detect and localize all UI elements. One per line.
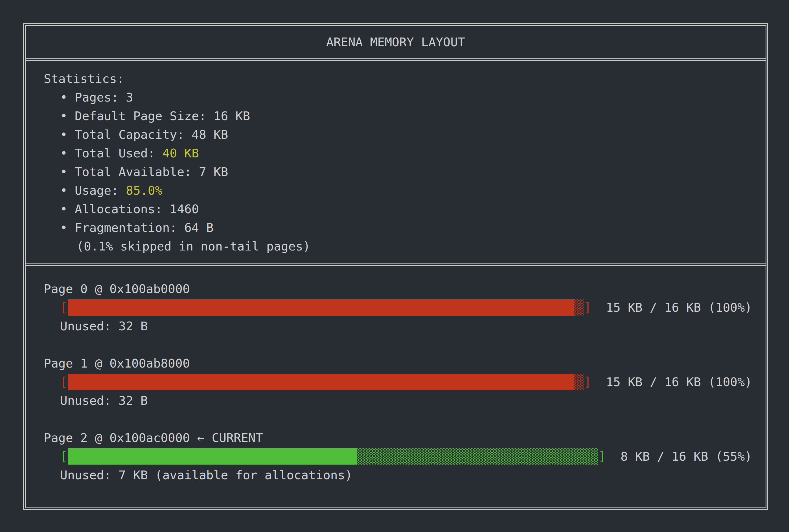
bar-stipple-fill	[574, 299, 584, 316]
stat-text: • Fragmentation: 64 B	[60, 221, 213, 235]
stat-line-usage: • Usage: 85.0%	[44, 181, 752, 200]
stat-line-fragmentation: • Fragmentation: 64 B	[44, 218, 752, 237]
stat-text: • Total Available: 7 KB	[60, 165, 228, 179]
stat-text: • Allocations: 1460	[60, 202, 199, 216]
memory-bar	[68, 299, 584, 316]
arena-layout-window: ARENA MEMORY LAYOUT Statistics: • Pages:…	[23, 23, 768, 510]
bar-solid-fill	[68, 299, 574, 316]
page-header: Page 0 @ 0x100ab0000	[44, 280, 752, 298]
stat-line-allocations: • Allocations: 1460	[44, 200, 752, 218]
bar-close-bracket: ]	[584, 298, 591, 317]
page-header: Page 1 @ 0x100ab8000	[44, 354, 752, 373]
usage-label: 15 KB / 16 KB (100%)	[606, 298, 752, 317]
stat-text: • Pages: 3	[60, 90, 133, 104]
bar-solid-fill	[68, 448, 357, 464]
stat-text: • Total Used:	[60, 146, 162, 160]
page-header: Page 2 @ 0x100ac0000 ← CURRENT	[44, 429, 752, 447]
statistics-heading: Statistics:	[44, 70, 752, 88]
usage-label: 8 KB / 16 KB (55%)	[621, 447, 752, 466]
unused-label: Unused: 32 B	[44, 317, 752, 336]
memory-bar-row: [ ] 15 KB / 16 KB (100%)	[44, 373, 752, 391]
stat-line-pages: • Pages: 3	[44, 88, 752, 107]
unused-label: Unused: 7 KB (available for allocations)	[44, 466, 752, 484]
stat-line-fragmentation-note: (0.1% skipped in non-tail pages)	[44, 237, 752, 255]
usage-label: 15 KB / 16 KB (100%)	[606, 373, 752, 391]
bar-open-bracket: [	[60, 447, 68, 466]
pages-panel: Page 0 @ 0x100ab0000 [ ] 15 KB / 16 KB (…	[26, 266, 766, 508]
stat-line-total-capacity: • Total Capacity: 48 KB	[44, 125, 752, 144]
page-block-2: Page 2 @ 0x100ac0000 ← CURRENT [ ] 8 KB …	[44, 429, 752, 484]
stat-line-total-used: • Total Used: 40 KB	[44, 144, 752, 163]
title-bar: ARENA MEMORY LAYOUT	[26, 26, 766, 61]
stat-line-default-page-size: • Default Page Size: 16 KB	[44, 107, 752, 125]
stat-line-total-available: • Total Available: 7 KB	[44, 163, 752, 181]
memory-bar-row: [ ] 8 KB / 16 KB (55%)	[44, 447, 752, 466]
memory-bar	[68, 448, 598, 464]
page-block-1: Page 1 @ 0x100ab8000 [ ] 15 KB / 16 KB (…	[44, 354, 752, 410]
stat-text: • Default Page Size: 16 KB	[60, 109, 250, 123]
bar-open-bracket: [	[60, 298, 68, 317]
bar-solid-fill	[68, 374, 574, 390]
bar-open-bracket: [	[60, 373, 68, 391]
statistics-panel: Statistics: • Pages: 3 • Default Page Si…	[26, 61, 766, 266]
bar-stipple-fill	[357, 448, 598, 464]
bar-close-bracket: ]	[584, 373, 591, 391]
stat-text: (0.1% skipped in non-tail pages)	[76, 239, 310, 253]
stat-text: • Usage:	[60, 183, 126, 197]
page-block-0: Page 0 @ 0x100ab0000 [ ] 15 KB / 16 KB (…	[44, 280, 752, 336]
unused-label: Unused: 32 B	[44, 391, 752, 410]
bar-close-bracket: ]	[599, 447, 606, 466]
stat-highlight: 40 KB	[162, 146, 199, 160]
stat-text: • Total Capacity: 48 KB	[60, 128, 228, 141]
page-title: ARENA MEMORY LAYOUT	[326, 35, 465, 49]
memory-bar	[68, 374, 584, 390]
memory-bar-row: [ ] 15 KB / 16 KB (100%)	[44, 298, 752, 317]
bar-stipple-fill	[574, 374, 584, 390]
stat-highlight: 85.0%	[126, 183, 162, 197]
